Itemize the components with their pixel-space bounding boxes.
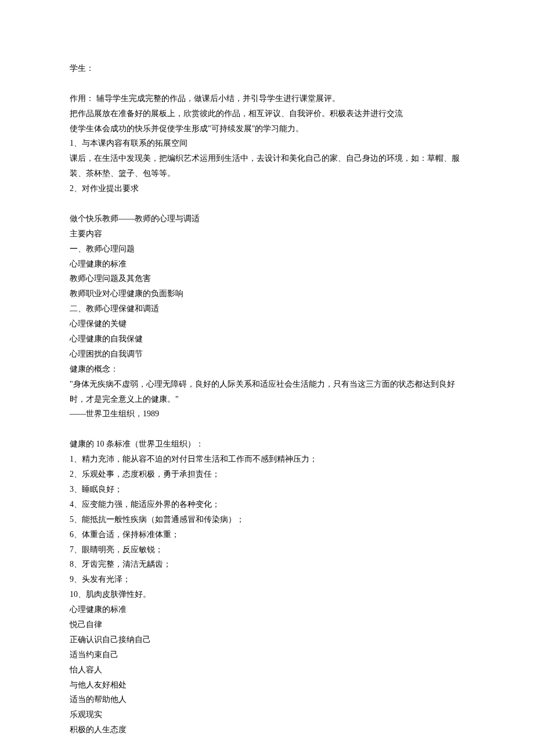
text-line: 心理健康的标准 [70, 257, 464, 272]
text-line: 5、能抵抗一般性疾病（如普通感冒和传染病）； [70, 512, 464, 527]
text-line: 2、乐观处事，态度积极，勇于承担责任； [70, 467, 464, 482]
text-line: 教师职业对心理健康的负面影响 [70, 286, 464, 301]
text-line: 9、头发有光泽； [70, 572, 464, 587]
text-line: 做个快乐教师——教师的心理与调适 [70, 211, 464, 226]
text-line: 心理健康的标准 [70, 602, 464, 617]
text-line: 6、体重合适，保持标准体重； [70, 527, 464, 542]
text-line: 学生： [70, 61, 464, 76]
text-line: 适当的帮助他人 [70, 692, 464, 707]
blank-line [70, 196, 464, 211]
text-line: 健康的概念： [70, 362, 464, 377]
text-line: 积极的人生态度 [70, 722, 464, 737]
text-line: 把作品展放在准备好的展板上，欣赏彼此的作品，相互评议、自我评价。积极表达并进行交… [70, 106, 464, 121]
text-line: 2、对作业提出要求 [70, 181, 464, 196]
text-line: 8、牙齿完整，清洁无龋齿； [70, 557, 464, 572]
text-line: ——世界卫生组织，1989 [70, 406, 464, 422]
text-line: 10、肌肉皮肤弹性好。 [70, 587, 464, 602]
text-line: 心理健康的自我保健 [70, 332, 464, 347]
text-line: 乐观现实 [70, 707, 464, 722]
text-line: 作用： 辅导学生完成完整的作品，做课后小结，并引导学生进行课堂展评。 [70, 91, 464, 106]
document-page: 学生：作用： 辅导学生完成完整的作品，做课后小结，并引导学生进行课堂展评。把作品… [0, 0, 534, 756]
text-line: 4、应变能力强，能适应外界的各种变化； [70, 497, 464, 512]
text-line: 一、教师心理问题 [70, 242, 464, 257]
text-line: 正确认识自己接纳自己 [70, 632, 464, 647]
blank-line [70, 76, 464, 91]
blank-line [70, 422, 464, 437]
text-line: 使学生体会成功的快乐并促使学生形成"可持续发展"的学习能力。 [70, 121, 464, 136]
text-line: 1、与本课内容有联系的拓展空间 [70, 136, 464, 151]
text-line: 二、教师心理保健和调适 [70, 301, 464, 316]
text-line: 心理保健的关键 [70, 316, 464, 332]
text-line: 1、精力充沛，能从容不迫的对付日常生活和工作而不感到精神压力； [70, 452, 464, 467]
text-line: 主要内容 [70, 226, 464, 242]
text-line: 课后，在生活中发现美，把编织艺术运用到生活中，去设计和美化自己的家、自己身边的环… [70, 151, 464, 181]
text-line: 怡人容人 [70, 663, 464, 678]
text-line: "身体无疾病不虚弱，心理无障碍，良好的人际关系和适应社会生活能力，只有当这三方面… [70, 377, 464, 407]
text-line: 悦己自律 [70, 617, 464, 632]
text-line: 教师心理问题及其危害 [70, 271, 464, 286]
text-line: 7、眼睛明亮，反应敏锐； [70, 542, 464, 557]
text-line: 3、睡眠良好； [70, 482, 464, 497]
text-line: 适当约束自己 [70, 647, 464, 663]
text-line: 健康的 10 条标准（世界卫生组织）： [70, 437, 464, 452]
text-line: 与他人友好相处 [70, 678, 464, 693]
text-line: 心理困扰的自我调节 [70, 347, 464, 362]
